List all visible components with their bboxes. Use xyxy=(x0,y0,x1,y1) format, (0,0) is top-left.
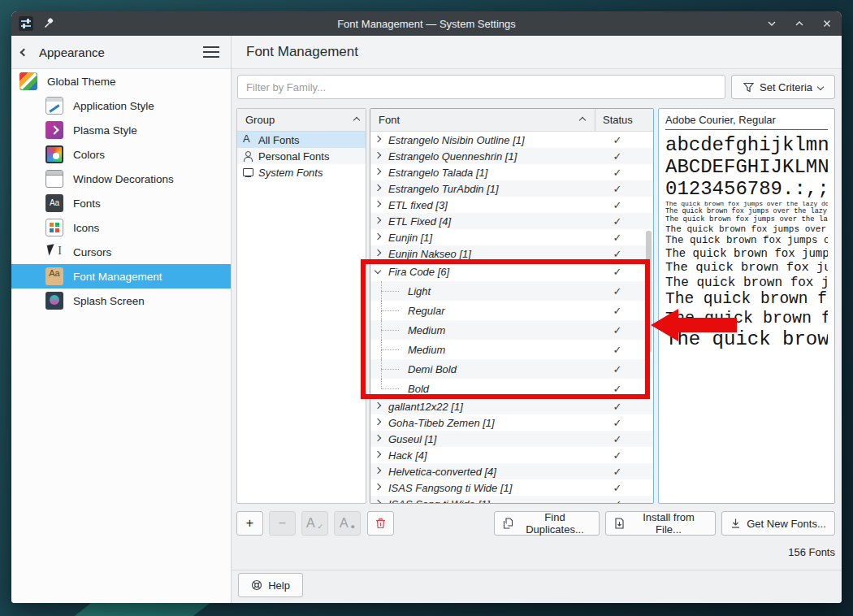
font-row[interactable]: Helvetica-converted [4] ✓ xyxy=(370,463,653,479)
group-column-label: Group xyxy=(245,114,275,126)
sidebar-item-fonts[interactable]: Fonts xyxy=(11,191,231,215)
add-group-button[interactable]: + xyxy=(236,511,263,536)
font-name: Goha-Tibeb Zemen [1] xyxy=(388,417,495,429)
status-column-header[interactable]: Status xyxy=(603,114,633,126)
download-icon xyxy=(730,518,741,529)
personal-fonts-icon xyxy=(242,150,253,162)
expander-chevron-icon[interactable] xyxy=(375,467,381,474)
filter-input[interactable] xyxy=(237,75,725,99)
expander-chevron-icon[interactable] xyxy=(375,136,381,142)
all-fonts-icon xyxy=(242,134,253,145)
status-check-icon: ✓ xyxy=(595,433,639,445)
font-name: Estrangelo Talada [1] xyxy=(388,167,487,179)
font-row[interactable]: gallant12x22 [1] ✓ xyxy=(370,398,653,414)
font-row[interactable]: ETL fixed [3] ✓ xyxy=(370,197,653,213)
sidebar-item-application-style[interactable]: Application Style xyxy=(11,93,231,118)
expander-chevron-icon[interactable] xyxy=(375,168,381,175)
sidebar-header: Appearance xyxy=(11,36,231,69)
sidebar-item-splash-screen[interactable]: Splash Screen xyxy=(11,288,231,313)
install-from-file-button[interactable]: Install from File... xyxy=(605,511,716,536)
expander-chevron-icon[interactable] xyxy=(375,402,381,409)
font-name: Eunjin [1] xyxy=(388,232,432,244)
font-row[interactable]: Goha-Tibeb Zemen [1] ✓ xyxy=(370,414,653,431)
status-check-icon: ✓ xyxy=(595,134,639,146)
expander-chevron-icon[interactable] xyxy=(375,152,381,158)
install-from-file-label: Install from File... xyxy=(630,511,707,536)
font-row[interactable]: Guseul [1] ✓ xyxy=(370,431,653,447)
help-label: Help xyxy=(268,579,290,592)
group-panel: Group All Fonts Personal Fonts System Fo… xyxy=(236,108,366,504)
splash-screen-icon xyxy=(45,292,63,310)
get-new-fonts-button[interactable]: Get New Fonts... xyxy=(721,511,835,536)
group-row-all-fonts[interactable]: All Fonts xyxy=(237,132,366,148)
plasma-style-icon xyxy=(45,121,63,139)
preview-pangram-line: The quick brown fox jumps over the lazy … xyxy=(665,215,828,224)
group-label: Personal Fonts xyxy=(258,150,329,163)
sidebar-item-window-decorations[interactable]: Window Decorations xyxy=(11,167,231,191)
group-row-personal-fonts[interactable]: Personal Fonts xyxy=(237,148,366,164)
check-mark-icon: ✓ xyxy=(318,523,324,531)
font-row[interactable]: ISAS Song ti Wide [1] ✓ xyxy=(370,496,653,503)
group-row-system-fonts[interactable]: System Fonts xyxy=(237,164,366,180)
fonts-icon xyxy=(45,194,63,212)
titlebar[interactable]: Font Management — System Settings xyxy=(11,11,842,36)
delete-font-button[interactable] xyxy=(367,511,394,536)
sidebar-item-cursors[interactable]: Cursors xyxy=(11,240,231,264)
font-row[interactable]: ISAS Fangsong ti Wide [1] ✓ xyxy=(370,479,653,496)
preview-pangram-line: The quick brown fox jumps over the lazy … xyxy=(665,235,828,247)
sidebar-item-icons[interactable]: Icons xyxy=(11,215,231,240)
help-button[interactable]: Help xyxy=(238,573,303,597)
enable-font-glyph: A xyxy=(306,516,315,531)
maximize-button[interactable] xyxy=(790,14,809,33)
font-row[interactable]: Estrangelo Nisibin Outline [1] ✓ xyxy=(370,132,653,148)
hamburger-menu-icon[interactable] xyxy=(203,43,219,61)
disable-font-button: A● xyxy=(334,511,361,536)
group-column-header[interactable]: Group xyxy=(237,109,366,132)
font-row[interactable]: Hack [4] ✓ xyxy=(370,447,653,463)
fonts-count: 156 Fonts xyxy=(788,546,835,558)
back-chevron-icon[interactable] xyxy=(11,50,36,55)
expander-chevron-icon[interactable] xyxy=(375,184,381,191)
font-toolbar: + − A✓ A● xyxy=(232,511,842,537)
expander-chevron-icon[interactable] xyxy=(375,484,381,490)
expander-chevron-icon[interactable] xyxy=(375,233,381,240)
cursors-icon xyxy=(45,243,63,261)
preview-title: Adobe Courier, Regular xyxy=(665,114,828,126)
expander-chevron-icon[interactable] xyxy=(375,419,381,425)
dot-icon: ● xyxy=(351,523,355,531)
font-column-header[interactable]: Font xyxy=(379,114,400,126)
font-row[interactable]: ETL Fixed [4] ✓ xyxy=(370,213,653,229)
sidebar-item-label: Cursors xyxy=(73,246,111,258)
font-name: Estrangelo Quenneshrin [1] xyxy=(388,150,517,163)
sidebar-item-font-management[interactable]: Font Management xyxy=(11,264,231,288)
expander-chevron-icon[interactable] xyxy=(375,500,381,503)
divider xyxy=(665,129,828,130)
font-row[interactable]: Estrangelo Quenneshrin [1] ✓ xyxy=(370,148,653,164)
expander-chevron-icon[interactable] xyxy=(375,249,381,256)
status-check-icon: ✓ xyxy=(595,167,639,179)
expander-chevron-icon[interactable] xyxy=(375,451,381,458)
close-button[interactable] xyxy=(817,14,837,33)
font-row[interactable]: Estrangelo Talada [1] ✓ xyxy=(370,164,653,180)
sidebar-item-colors[interactable]: Colors xyxy=(11,142,231,167)
font-name: ISAS Song ti Wide [1] xyxy=(388,498,490,504)
find-duplicates-button[interactable]: Find Duplicates... xyxy=(494,511,600,536)
font-row[interactable]: Eunjin [1] ✓ xyxy=(370,229,653,245)
expander-chevron-icon[interactable] xyxy=(375,201,381,207)
chevron-down-icon xyxy=(817,84,824,90)
preview-uppercase: ABCDEFGHIJKLMN xyxy=(665,156,828,178)
expander-chevron-icon[interactable] xyxy=(375,435,381,441)
font-row[interactable]: Estrangelo TurAbdin [1] ✓ xyxy=(370,180,653,197)
status-check-icon: ✓ xyxy=(595,401,639,413)
set-criteria-label: Set Criteria xyxy=(760,81,812,93)
minimize-button[interactable] xyxy=(762,14,782,33)
set-criteria-button[interactable]: Set Criteria xyxy=(731,75,835,99)
sidebar-item-label: Fonts xyxy=(73,197,101,210)
sidebar-item-plasma-style[interactable]: Plasma Style xyxy=(11,118,231,142)
sidebar-item-global-theme[interactable]: Global Theme xyxy=(11,69,231,93)
sort-ascending-icon xyxy=(579,117,586,124)
application-style-icon xyxy=(45,97,63,115)
sidebar-item-label: Splash Screen xyxy=(73,295,145,307)
font-name: ETL Fixed [4] xyxy=(388,215,451,228)
expander-chevron-icon[interactable] xyxy=(375,217,381,223)
